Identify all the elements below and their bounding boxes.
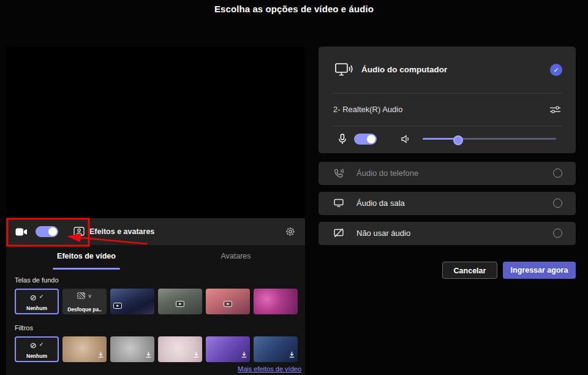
effects-area: Efeitos de vídeo Avatares Telas de fundo… bbox=[6, 245, 305, 375]
background-tile-image[interactable] bbox=[206, 289, 250, 314]
effects-tabs: Efeitos de vídeo Avatares bbox=[6, 245, 305, 270]
volume-slider-fill[interactable] bbox=[423, 138, 459, 140]
join-now-button[interactable]: Ingressar agora bbox=[503, 262, 576, 279]
filter-tile[interactable] bbox=[62, 336, 107, 362]
room-audio-radio[interactable] bbox=[553, 199, 562, 208]
speaker-icon bbox=[401, 135, 410, 146]
check-icon: ✓ bbox=[39, 341, 44, 347]
active-tab-underline bbox=[53, 268, 120, 270]
video-background-icon bbox=[113, 300, 122, 311]
computer-audio-card: Áudio do computador ✓ 2- Realtek(R) Audi… bbox=[318, 47, 576, 153]
room-audio-option[interactable]: Áudio da sala bbox=[318, 192, 576, 215]
download-icon bbox=[97, 349, 104, 360]
audio-device-row[interactable]: 2- Realtek(R) Audio bbox=[318, 93, 576, 126]
computer-audio-icon bbox=[334, 62, 353, 81]
effects-avatars-label: Efeitos e avatares bbox=[89, 227, 154, 236]
filter-tile[interactable] bbox=[206, 336, 250, 362]
video-toolbar: Efeitos e avatares bbox=[6, 218, 305, 245]
phone-audio-label: Áudio do telefone bbox=[356, 169, 418, 178]
background-tile-none[interactable]: ⊘✓ Nenhum bbox=[15, 289, 59, 314]
filters-section-title: Filtros bbox=[15, 324, 33, 331]
video-background-icon bbox=[224, 298, 232, 309]
download-icon bbox=[193, 349, 200, 360]
filter-tile[interactable] bbox=[110, 336, 154, 362]
blur-icons: ∨ bbox=[62, 292, 107, 300]
download-icon bbox=[241, 349, 247, 360]
background-tile-image[interactable] bbox=[158, 289, 202, 314]
computer-audio-option[interactable]: Áudio do computador ✓ bbox=[318, 47, 576, 93]
backgrounds-section-title: Telas de fundo bbox=[15, 276, 59, 284]
microphone-toggle[interactable] bbox=[354, 134, 377, 145]
chevron-down-icon: ∨ bbox=[88, 292, 92, 300]
no-audio-icon bbox=[333, 228, 344, 240]
background-tile-blur[interactable]: ∨ Desfoque pa.. bbox=[62, 289, 107, 314]
mic-volume-row bbox=[318, 126, 576, 153]
selected-check-icon: ✓ bbox=[550, 64, 562, 76]
video-background-icon bbox=[176, 298, 184, 309]
none-selected-icons: ⊘✓ bbox=[16, 294, 58, 301]
filter-tile-none[interactable]: ⊘✓ Nenhum bbox=[15, 336, 59, 362]
backgrounds-row: ⊘✓ Nenhum ∨ Desfoque pa.. bbox=[15, 289, 298, 314]
download-icon bbox=[145, 349, 152, 360]
more-video-effects-link[interactable]: Mais efeitos de vídeo bbox=[6, 365, 301, 373]
download-icon bbox=[288, 349, 295, 360]
filter-tile[interactable] bbox=[254, 336, 298, 362]
camera-preview bbox=[6, 47, 305, 218]
audio-settings-icon[interactable] bbox=[549, 105, 561, 116]
blur-icon bbox=[77, 292, 85, 299]
room-audio-label: Áudio da sala bbox=[356, 199, 405, 208]
tab-avatars[interactable]: Avatares bbox=[202, 252, 270, 260]
background-tile-image[interactable] bbox=[110, 289, 154, 314]
phone-audio-icon bbox=[333, 168, 344, 181]
microphone-icon bbox=[338, 134, 347, 147]
computer-audio-label: Áudio do computador bbox=[361, 65, 447, 74]
gear-icon[interactable] bbox=[285, 227, 295, 239]
none-selected-icons: ⊘✓ bbox=[16, 341, 58, 349]
none-icon: ⊘ bbox=[30, 294, 37, 301]
filter-tile[interactable] bbox=[158, 336, 202, 362]
phone-audio-option[interactable]: Áudio do telefone bbox=[318, 162, 576, 185]
audio-device-name: 2- Realtek(R) Audio bbox=[333, 105, 402, 114]
camera-toggle[interactable] bbox=[36, 226, 58, 237]
tab-video-effects[interactable]: Efeitos de vídeo bbox=[53, 252, 120, 260]
video-panel: Efeitos e avatares Efeitos de vídeo Avat… bbox=[6, 47, 305, 375]
volume-slider[interactable] bbox=[423, 138, 556, 140]
check-icon: ✓ bbox=[39, 294, 44, 300]
action-buttons: Cancelar Ingressar agora bbox=[442, 262, 576, 279]
no-audio-option[interactable]: Não usar áudio bbox=[318, 222, 576, 245]
phone-audio-radio[interactable] bbox=[553, 169, 562, 178]
page-title: Escolha as opções de vídeo e áudio bbox=[0, 4, 588, 14]
no-audio-label: Não usar áudio bbox=[356, 229, 410, 238]
no-audio-radio[interactable] bbox=[553, 229, 562, 238]
background-tile-image[interactable] bbox=[254, 289, 298, 314]
camera-icon bbox=[15, 227, 28, 238]
effects-avatars-icon bbox=[74, 227, 85, 238]
cancel-button[interactable]: Cancelar bbox=[442, 262, 497, 279]
none-icon: ⊘ bbox=[30, 341, 37, 349]
filters-row: ⊘✓ Nenhum bbox=[15, 336, 298, 362]
prejoin-screen: Escolha as opções de vídeo e áudio Efeit… bbox=[0, 0, 588, 375]
room-audio-icon bbox=[333, 198, 344, 210]
